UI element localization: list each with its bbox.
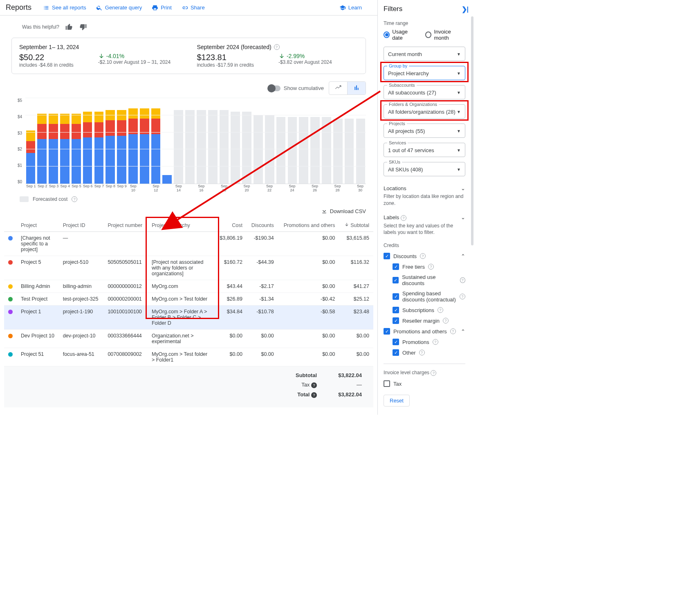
help-icon[interactable]: ? [460,277,465,283]
list-icon [43,4,49,11]
project-chip-icon [8,284,13,289]
print-link[interactable]: Print [152,4,172,11]
see-all-reports-link[interactable]: See all reports [43,4,86,11]
project-chip-icon [8,352,13,357]
table-row[interactable]: Dev Project 10dev-project-10000333666444… [4,330,373,348]
invoice-month-radio[interactable]: Invoice month [425,29,465,41]
help-icon[interactable]: ? [460,294,465,299]
help-icon[interactable]: ? [443,318,449,324]
bar-col [287,98,298,184]
help-icon[interactable]: ? [311,382,317,388]
help-icon[interactable]: ? [450,328,456,334]
col-header[interactable]: Subtotal [339,219,373,232]
bar-col [139,98,150,184]
spending-checkbox[interactable]: ✓Spending based discounts (contractual) … [384,288,465,305]
table-row[interactable]: Project 5project-510505050505011[Project… [4,256,373,280]
promo-others-checkbox[interactable]: ✓Promotions and others ?⌃ [384,326,465,337]
skus-select[interactable]: SKUsAll SKUs (408)▼ [384,162,465,176]
table-totals: Subtotal$3,822.04 Tax ?— Total ?$3,822.0… [4,366,373,407]
subaccounts-select[interactable]: SubaccountsAll subaccounts (27)▼ [384,85,465,99]
bar-col [94,98,104,184]
folders-select[interactable]: Folders & OrganizationsAll folders/organ… [384,104,465,119]
col-header[interactable]: Project [17,219,59,232]
promotions-checkbox[interactable]: ✓Promotions ? [384,337,465,347]
bar-view-button[interactable] [347,82,366,94]
help-icon[interactable]: ? [311,392,317,398]
col-header[interactable]: Project hierarchy [148,219,215,232]
card-value-actual: $50.22 [19,53,74,62]
download-csv-button[interactable]: Download CSV [321,208,366,214]
help-icon[interactable]: ? [438,307,443,313]
cost-chart: $5$4$3$2$1$0 Sep 1Sep 2Sep 3Sep 4Sep 5Se… [11,98,366,192]
usage-date-radio[interactable]: Usage date [384,29,418,41]
project-chip-icon [8,297,13,301]
bar-col [25,98,36,184]
table-row[interactable]: [Charges not specific to a project]—$3,8… [4,232,373,256]
chart-legend: Forecasted cost ? [20,196,366,202]
learn-link[interactable]: Learn [339,4,362,11]
download-icon [321,208,328,214]
bar-col [344,98,354,184]
delta-actual: -4.01% [98,53,171,59]
table-row[interactable]: Test Projecttest-project-325000000200001… [4,293,373,306]
thumbs-up-icon[interactable] [65,23,73,31]
thumbs-down-icon[interactable] [79,23,87,31]
project-chip-icon [8,236,13,240]
help-icon[interactable]: ? [431,370,436,376]
bar-col [185,98,195,184]
help-icon[interactable]: ? [420,253,426,259]
locations-section[interactable]: Locations⌄ [384,185,465,191]
help-icon[interactable]: ? [419,350,425,355]
discounts-checkbox[interactable]: ✓Discounts ?⌃ [384,251,465,261]
table-row[interactable]: Project 51focus-area-51007008009002MyOrg… [4,348,373,366]
col-header[interactable]: Cost [215,219,247,232]
help-icon[interactable]: ? [428,264,434,270]
bar-col [59,98,70,184]
tax-checkbox[interactable]: Tax [384,378,465,389]
free-tiers-checkbox[interactable]: ✓Free tiers ? [384,261,465,272]
services-select[interactable]: Services1 out of 47 services▼ [384,143,465,157]
generate-query-link[interactable]: Generate query [96,4,142,11]
share-link[interactable]: Share [182,4,205,11]
bar-col [162,98,173,184]
time-period-select[interactable]: Current month▼ [384,47,465,61]
arrow-down-icon [278,53,285,59]
col-header[interactable]: Project ID [59,219,104,232]
bar-col [276,98,286,184]
scrollbar[interactable] [471,16,473,245]
cumulative-toggle[interactable]: Show cumulative [268,85,324,91]
delta-forecast: -2.99% [278,53,332,59]
col-header[interactable]: Discounts [247,219,278,232]
help-icon[interactable]: ? [433,339,438,345]
other-checkbox[interactable]: ✓Other ? [384,347,465,358]
help-icon[interactable]: ? [401,215,406,221]
bar-col [196,98,206,184]
projects-select[interactable]: ProjectsAll projects (55)▼ [384,124,465,138]
collapse-icon[interactable]: ❯| [462,5,469,13]
line-view-button[interactable] [329,82,347,94]
sustained-checkbox[interactable]: ✓Sustained use discounts ? [384,272,465,288]
table-row[interactable]: Project 1project-1-190100100100100MyOrg.… [4,306,373,330]
topbar: Reports See all reports Generate query P… [0,0,377,16]
chart-view-switch [329,81,366,95]
card-title-actual: September 1– 13, 2024 [19,44,181,50]
reset-button[interactable]: Reset [384,395,410,407]
page-title: Reports [6,3,31,12]
col-header[interactable]: Promotions and others [278,219,339,232]
bar-col [264,98,275,184]
col-header[interactable]: Project number [103,219,148,232]
table-row[interactable]: Billing Adminbilling-admin000000000012My… [4,280,373,293]
toggle-switch-icon [268,85,280,91]
line-chart-icon [335,84,341,91]
bar-col [48,98,59,184]
labels-section[interactable]: Labels ?⌄ [384,214,465,221]
bar-col [150,98,161,184]
bar-col [242,98,252,184]
help-icon[interactable]: ? [72,196,77,202]
group-by-select[interactable]: Group byProject Hierarchy▼ [384,66,465,80]
reseller-checkbox[interactable]: ✓Reseller margin ? [384,315,465,326]
project-chip-icon [8,260,13,265]
bar-col [207,98,218,184]
subscriptions-checkbox[interactable]: ✓Subscriptions ? [384,305,465,315]
help-icon[interactable]: ? [274,44,280,50]
